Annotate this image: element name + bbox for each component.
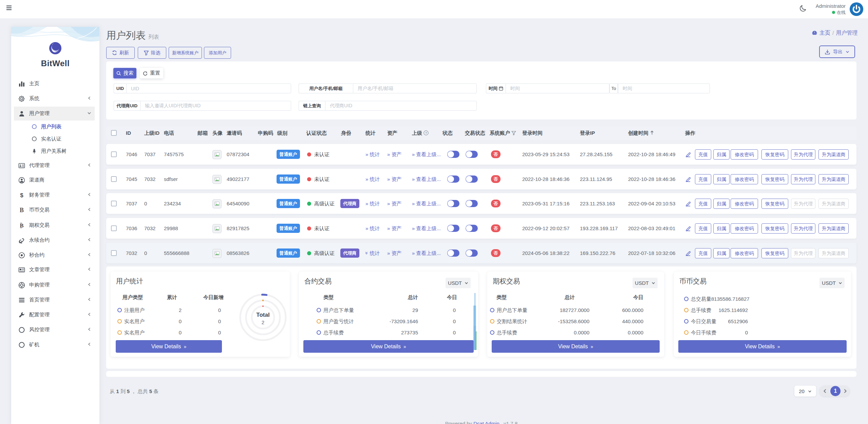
svg-text:$: $ [20,192,23,199]
svg-text:B: B [20,222,23,229]
svg-text:B: B [20,207,24,214]
svg-text:Total: Total [256,312,269,318]
svg-text:?: ? [425,131,427,135]
svg-text:2: 2 [262,319,264,325]
